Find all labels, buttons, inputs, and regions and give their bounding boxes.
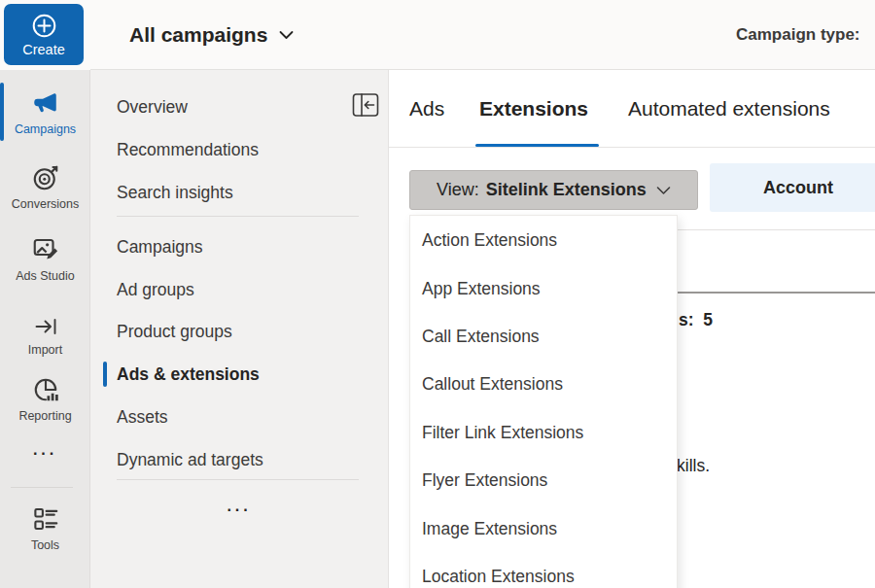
rail-item-label: Campaigns [15, 122, 76, 136]
menu-item-app-extensions[interactable]: App Extensions [410, 264, 677, 312]
menu-item-location-extensions[interactable]: Location Extensions [410, 553, 677, 588]
sidebar-more-button[interactable]: ··· [90, 502, 388, 519]
sidebar-divider [117, 216, 359, 217]
rail-item-label: Conversions [12, 197, 79, 211]
rail-divider [11, 487, 73, 488]
menu-item-callout-extensions[interactable]: Callout Extensions [410, 361, 677, 408]
main-content: Ads Extensions Automated extensions s: 5… [389, 70, 875, 588]
view-prefix-label: View: [437, 180, 479, 200]
tab-ads[interactable]: Ads [409, 70, 444, 147]
sidebar-item-assets[interactable]: Assets [90, 396, 388, 438]
rail-item-label: Ads Studio [16, 269, 74, 283]
sidebar-item-overview[interactable]: Overview [90, 86, 388, 128]
partial-count-text: s: 5 [679, 310, 713, 330]
table-header-divider [678, 292, 875, 294]
create-button[interactable]: Create [4, 4, 84, 65]
tab-extensions[interactable]: Extensions [479, 70, 588, 147]
tab-automated-extensions[interactable]: Automated extensions [628, 70, 830, 147]
rail-item-conversions[interactable]: Conversions [0, 163, 90, 211]
view-selected-value: Sitelink Extensions [486, 180, 647, 200]
list-icon [31, 504, 60, 534]
sidebar-item-search-insights[interactable]: Search insights [90, 171, 388, 214]
pie-chart-icon [31, 375, 60, 404]
import-arrow-icon [32, 315, 59, 338]
sidebar-item-dynamic-ad-targets[interactable]: Dynamic ad targets [90, 438, 388, 481]
top-header: Create All campaigns Campaign type: [0, 0, 875, 70]
scope-label: All campaigns [129, 23, 267, 47]
extension-type-menu: Action Extensions App Extensions Call Ex… [409, 215, 678, 588]
rail-item-label: Tools [31, 538, 59, 552]
create-button-label: Create [22, 42, 65, 57]
rail-item-reporting[interactable]: Reporting [0, 375, 90, 423]
menu-item-filter-link-extensions[interactable]: Filter Link Extensions [410, 409, 677, 457]
app-window: Create All campaigns Campaign type: Camp… [0, 0, 875, 588]
plus-circle-icon [31, 13, 57, 39]
sidebar-item-campaigns[interactable]: Campaigns [90, 225, 388, 268]
rail-item-label: Import [28, 343, 62, 357]
rail-item-label: Reporting [18, 409, 71, 423]
tabstrip-divider [389, 147, 875, 148]
rail-item-ads-studio[interactable]: Ads Studio [0, 235, 90, 283]
sidebar-divider [117, 479, 359, 480]
sidebar-item-product-groups[interactable]: Product groups [90, 310, 388, 353]
rail-more-button[interactable]: ··· [0, 445, 90, 463]
menu-item-call-extensions[interactable]: Call Extensions [410, 313, 677, 361]
view-dropdown-button[interactable]: View: Sitelink Extensions [409, 170, 698, 210]
chevron-down-icon [656, 186, 671, 195]
partial-sentence-text: kills. [677, 456, 710, 476]
menu-item-image-extensions[interactable]: Image Extensions [410, 504, 677, 552]
chevron-down-icon [279, 30, 294, 40]
megaphone-icon [30, 88, 60, 118]
image-edit-icon [31, 235, 60, 264]
rail-item-import[interactable]: Import [0, 315, 90, 357]
rail-item-campaigns[interactable]: Campaigns [0, 88, 90, 136]
target-icon [31, 163, 60, 192]
sidebar-item-ads-extensions[interactable]: Ads & extensions [90, 353, 388, 396]
rail-item-tools[interactable]: Tools [0, 504, 90, 552]
account-button[interactable]: Account [710, 163, 875, 212]
sidebar-item-recommendations[interactable]: Recommendations [90, 128, 388, 171]
app-rail: Campaigns Conversions Ads Studio [0, 70, 90, 588]
nav-sidebar: Overview Recommendations Search insights… [90, 70, 389, 588]
toolbar-divider [678, 229, 875, 230]
campaign-scope-selector[interactable]: All campaigns [129, 0, 294, 69]
menu-item-action-extensions[interactable]: Action Extensions [410, 217, 677, 264]
campaign-type-label: Campaign type: [736, 0, 860, 69]
menu-item-flyer-extensions[interactable]: Flyer Extensions [410, 457, 677, 504]
sidebar-item-ad-groups[interactable]: Ad groups [90, 268, 388, 311]
